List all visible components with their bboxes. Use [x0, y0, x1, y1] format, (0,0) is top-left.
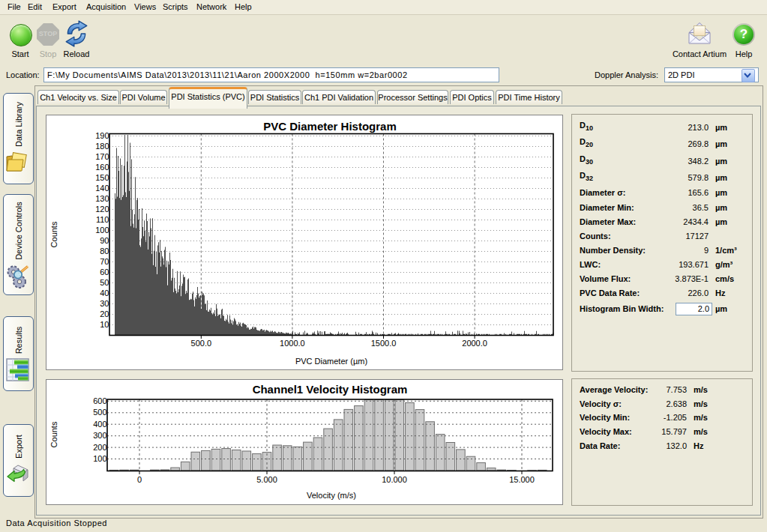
svg-text:Velocity (m/s): Velocity (m/s) — [307, 491, 356, 500]
svg-text:Channel1 Velocity Histogram: Channel1 Velocity Histogram — [253, 383, 408, 396]
svg-text:200: 200 — [93, 443, 106, 452]
svg-text:1000.0: 1000.0 — [280, 339, 305, 348]
svg-text:190: 190 — [95, 131, 109, 140]
svg-text:15.000: 15.000 — [509, 475, 535, 484]
svg-text:300: 300 — [93, 431, 106, 440]
svg-text:Counts: Counts — [49, 221, 58, 247]
svg-text:50: 50 — [100, 278, 109, 287]
svg-text:500: 500 — [93, 408, 106, 417]
svg-text:5.000: 5.000 — [256, 475, 277, 484]
svg-text:PVC Diameter (µm): PVC Diameter (µm) — [295, 357, 367, 366]
svg-text:10.000: 10.000 — [382, 475, 407, 484]
svg-text:70: 70 — [100, 257, 109, 266]
svg-text:30: 30 — [100, 299, 109, 308]
svg-text:170: 170 — [95, 152, 109, 161]
svg-text:PVC Diameter Histogram: PVC Diameter Histogram — [263, 120, 397, 133]
svg-text:400: 400 — [93, 420, 106, 429]
svg-text:1500.0: 1500.0 — [371, 339, 397, 348]
svg-text:130: 130 — [95, 194, 109, 203]
svg-text:2000.0: 2000.0 — [462, 339, 487, 348]
svg-text:90: 90 — [100, 236, 109, 245]
svg-text:40: 40 — [100, 288, 109, 297]
svg-text:180: 180 — [95, 142, 109, 151]
svg-text:100: 100 — [95, 226, 109, 235]
svg-text:120: 120 — [95, 205, 109, 214]
svg-text:500.0: 500.0 — [191, 339, 212, 348]
svg-text:80: 80 — [100, 247, 109, 256]
svg-text:60: 60 — [100, 267, 109, 276]
svg-text:20: 20 — [100, 309, 109, 318]
svg-text:10: 10 — [100, 320, 109, 329]
svg-text:Counts: Counts — [49, 421, 58, 447]
svg-text:0: 0 — [137, 475, 142, 484]
svg-text:100: 100 — [93, 454, 106, 463]
svg-text:160: 160 — [95, 163, 109, 172]
svg-text:150: 150 — [95, 173, 109, 182]
svg-text:140: 140 — [95, 184, 109, 193]
svg-text:110: 110 — [96, 215, 109, 224]
svg-text:600: 600 — [93, 396, 106, 405]
